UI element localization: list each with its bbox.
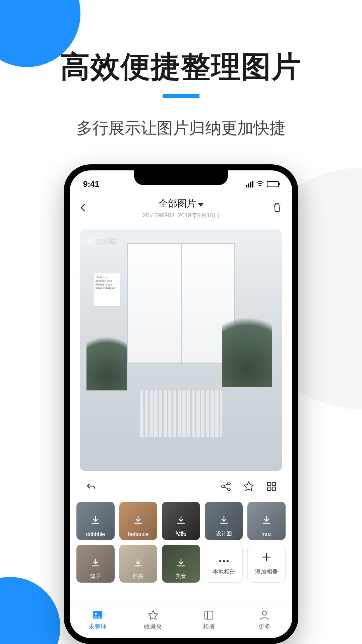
album-label: 知乎 bbox=[76, 573, 115, 580]
more-icon bbox=[218, 552, 230, 566]
image-icon bbox=[92, 609, 104, 621]
nav-title: 全部图片 bbox=[159, 197, 196, 210]
favorite-button[interactable] bbox=[241, 479, 256, 494]
album-item-美食[interactable]: 美食 bbox=[162, 545, 200, 583]
album-label: 设计图 bbox=[205, 530, 243, 537]
chevron-down-icon bbox=[198, 198, 203, 209]
album-item-behance[interactable]: behance bbox=[119, 502, 158, 540]
tab-album[interactable]: 相册 bbox=[181, 601, 237, 638]
album-grid: dribbblebehance站酷设计图muz知乎自拍美食本地相册添加相册 bbox=[70, 499, 292, 585]
tab-label: 相册 bbox=[203, 623, 215, 631]
download-icon bbox=[176, 558, 186, 569]
plus-icon bbox=[261, 551, 272, 566]
photo-content-window bbox=[127, 243, 235, 364]
svg-point-9 bbox=[227, 560, 229, 562]
album-selector[interactable]: 全部图片 bbox=[159, 197, 203, 210]
svg-point-11 bbox=[95, 613, 97, 615]
phone-frame: 9:41 全部图片 20 / 2 bbox=[64, 164, 298, 644]
tab-label: 未整理 bbox=[88, 623, 107, 631]
album-item-设计图[interactable]: 设计图 bbox=[205, 502, 243, 540]
download-icon bbox=[90, 515, 101, 527]
album-icon bbox=[203, 609, 215, 621]
tab-profile[interactable]: 更多 bbox=[237, 601, 292, 638]
album-label: dribbble bbox=[76, 531, 115, 537]
svg-point-13 bbox=[262, 611, 266, 615]
wifi-icon bbox=[256, 179, 264, 189]
album-label: 美食 bbox=[162, 573, 200, 580]
live-icon bbox=[86, 237, 93, 244]
svg-rect-4 bbox=[272, 482, 276, 486]
tab-image[interactable]: 未整理 bbox=[70, 601, 125, 638]
album-item-dribbble[interactable]: dribbble bbox=[76, 502, 115, 540]
download-icon bbox=[133, 515, 143, 527]
nav-bar: 全部图片 20 / 299983 2019年9月16日 bbox=[70, 191, 292, 223]
photo-content-plant bbox=[86, 323, 127, 390]
download-icon bbox=[133, 558, 143, 569]
delete-button[interactable] bbox=[269, 202, 282, 214]
album-item-自拍[interactable]: 自拍 bbox=[119, 545, 158, 583]
svg-rect-6 bbox=[272, 487, 276, 490]
photo-content-plant bbox=[222, 300, 272, 387]
svg-rect-5 bbox=[267, 487, 271, 490]
photo-content-poster: Don't trust anybody who doesn't have a s… bbox=[93, 273, 120, 307]
phone-notch bbox=[134, 170, 228, 185]
tab-star[interactable]: 收藏夹 bbox=[125, 601, 181, 638]
main-photo[interactable]: Don't trust anybody who doesn't have a s… bbox=[80, 229, 282, 471]
svg-rect-3 bbox=[267, 482, 271, 486]
download-icon bbox=[176, 515, 186, 527]
nav-subtitle: 20 / 299983 2019年9月16日 bbox=[93, 211, 269, 219]
album-item-站酷[interactable]: 站酷 bbox=[162, 502, 200, 540]
album-label: behance bbox=[119, 531, 158, 537]
star-icon bbox=[147, 609, 159, 621]
share-button[interactable] bbox=[219, 479, 233, 494]
album-item-muz[interactable]: muz bbox=[247, 502, 286, 540]
tab-bar: 未整理收藏夹相册更多 bbox=[70, 601, 292, 638]
album-label: 站酷 bbox=[162, 530, 200, 537]
hero-underline bbox=[163, 94, 199, 98]
album-item-知乎[interactable]: 知乎 bbox=[76, 545, 115, 583]
grid-view-button[interactable] bbox=[264, 479, 279, 494]
hero-title: 高效便捷整理图片 bbox=[0, 47, 362, 87]
download-icon bbox=[261, 515, 272, 527]
undo-button[interactable] bbox=[83, 479, 98, 494]
local-album-button[interactable]: 本地相册 bbox=[205, 545, 243, 583]
tab-label: 更多 bbox=[258, 623, 270, 631]
tab-label: 收藏夹 bbox=[144, 623, 162, 631]
svg-point-8 bbox=[223, 560, 225, 562]
photo-toolbar bbox=[70, 471, 292, 499]
live-photo-badge: 实况图 bbox=[86, 236, 116, 245]
svg-rect-12 bbox=[205, 611, 213, 619]
profile-icon bbox=[258, 609, 270, 621]
photo-content-radiator bbox=[140, 390, 222, 437]
hero-subtitle: 多行展示让图片归纳更加快捷 bbox=[0, 117, 362, 139]
album-label: 自拍 bbox=[119, 573, 158, 580]
album-label: 添加相册 bbox=[255, 568, 278, 576]
svg-point-7 bbox=[219, 560, 221, 562]
album-label: muz bbox=[247, 531, 286, 537]
status-time: 9:41 bbox=[83, 179, 99, 189]
download-icon bbox=[219, 515, 229, 527]
phone-screen: 9:41 全部图片 20 / 2 bbox=[70, 170, 292, 638]
battery-icon bbox=[267, 181, 279, 187]
signal-icon bbox=[246, 181, 253, 187]
back-button[interactable] bbox=[80, 203, 93, 214]
download-icon bbox=[90, 558, 101, 569]
album-label: 本地相册 bbox=[213, 568, 235, 576]
add-album-button[interactable]: 添加相册 bbox=[247, 545, 286, 583]
decorative-blob-bottom bbox=[0, 577, 60, 644]
